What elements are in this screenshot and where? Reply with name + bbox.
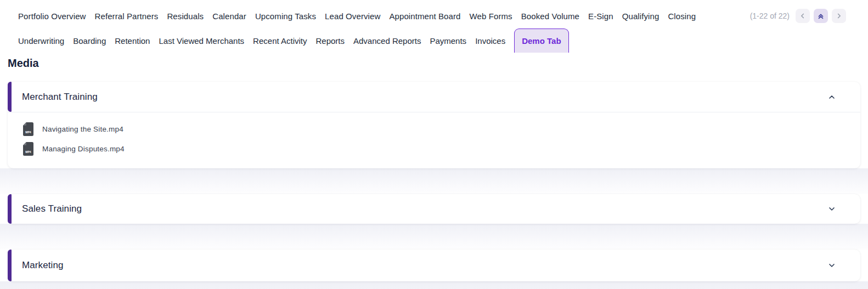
tabs-scroll-left-button[interactable] — [796, 9, 810, 23]
tab-reports[interactable]: Reports — [315, 36, 345, 46]
tab-lead-overview[interactable]: Lead Overview — [325, 12, 380, 21]
page-title: Media — [8, 57, 868, 70]
media-content: Merchant Training MP4 Navigating the Sit… — [0, 82, 868, 289]
tab-referral-partners[interactable]: Referral Partners — [95, 12, 159, 21]
tab-retention[interactable]: Retention — [115, 36, 150, 46]
file-item-navigating-the-site[interactable]: MP4 Navigating the Site.mp4 — [23, 119, 134, 139]
tab-last-viewed-merchants[interactable]: Last Viewed Merchants — [159, 36, 244, 46]
section-title: Sales Training — [22, 203, 82, 214]
double-chevron-up-icon — [817, 12, 825, 20]
primary-tab-bar: Portfolio Overview Referral Partners Res… — [0, 0, 868, 23]
tab-demo-tab[interactable]: Demo Tab — [514, 29, 568, 53]
section-accent-bar — [8, 82, 12, 112]
section-header-sales-training[interactable]: Sales Training — [8, 194, 860, 224]
chevron-down-icon — [827, 205, 836, 213]
page-bottom-background — [0, 281, 868, 289]
tab-residuals[interactable]: Residuals — [167, 12, 204, 21]
file-name: Navigating the Site.mp4 — [42, 125, 123, 133]
mp4-file-icon: MP4 — [23, 122, 33, 136]
chevron-right-icon — [835, 12, 843, 20]
tab-qualifying[interactable]: Qualifying — [622, 12, 660, 21]
secondary-tab-bar: Underwriting Boarding Retention Last Vie… — [0, 29, 868, 53]
tab-closing[interactable]: Closing — [668, 12, 696, 21]
chevron-up-icon — [827, 93, 836, 101]
section-title: Marketing — [22, 260, 64, 271]
section-accent-bar — [8, 250, 12, 281]
tab-booked-volume[interactable]: Booked Volume — [521, 12, 579, 21]
tab-payments[interactable]: Payments — [430, 36, 466, 46]
section-sales-training: Sales Training — [8, 194, 860, 224]
svg-text:MP4: MP4 — [25, 150, 31, 154]
file-name: Managing Disputes.mp4 — [42, 145, 125, 153]
section-marketing: Marketing — [8, 250, 860, 281]
svg-text:MP4: MP4 — [25, 131, 31, 134]
section-header-marketing[interactable]: Marketing — [8, 250, 860, 281]
section-gap — [0, 224, 868, 250]
tab-portfolio-overview[interactable]: Portfolio Overview — [18, 12, 86, 21]
section-merchant-training: Merchant Training MP4 Navigating the Sit… — [8, 82, 860, 168]
section-accent-bar — [8, 194, 12, 224]
tab-calendar[interactable]: Calendar — [212, 12, 246, 21]
tabs-scroll-right-button[interactable] — [832, 9, 846, 23]
tab-invoices[interactable]: Invoices — [475, 36, 505, 46]
tabs-collapse-button[interactable] — [814, 9, 828, 23]
section-header-merchant-training[interactable]: Merchant Training — [8, 82, 860, 112]
mp4-file-icon: MP4 — [23, 142, 33, 156]
tab-pagination: (1-22 of 22) — [750, 9, 846, 23]
tab-boarding[interactable]: Boarding — [73, 36, 106, 46]
section-gap — [0, 168, 868, 194]
tab-web-forms[interactable]: Web Forms — [470, 12, 512, 21]
tab-advanced-reports[interactable]: Advanced Reports — [353, 36, 421, 46]
tab-recent-activity[interactable]: Recent Activity — [253, 36, 307, 46]
tab-underwriting[interactable]: Underwriting — [18, 36, 64, 46]
tab-upcoming-tasks[interactable]: Upcoming Tasks — [255, 12, 316, 21]
section-title: Merchant Training — [22, 92, 98, 103]
tab-appointment-board[interactable]: Appointment Board — [389, 12, 460, 21]
tab-e-sign[interactable]: E-Sign — [588, 12, 613, 21]
chevron-left-icon — [799, 12, 807, 20]
file-item-managing-disputes[interactable]: MP4 Managing Disputes.mp4 — [23, 139, 136, 158]
chevron-down-icon — [827, 261, 836, 270]
file-list: MP4 Navigating the Site.mp4 MP4 Managing… — [8, 112, 860, 168]
tab-range-label: (1-22 of 22) — [750, 12, 790, 20]
